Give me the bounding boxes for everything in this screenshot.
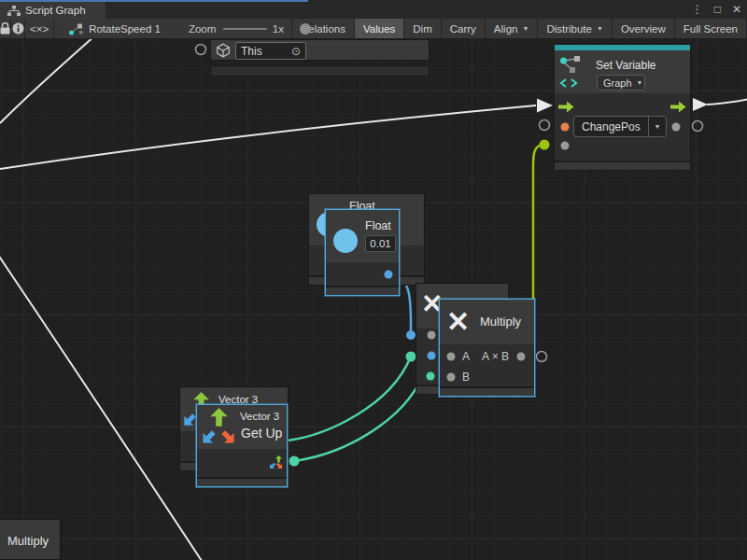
this-object-field[interactable]: This ⊙ bbox=[235, 42, 306, 60]
chevron-down-icon: ▼ bbox=[637, 79, 643, 86]
carry-button[interactable]: Carry bbox=[442, 19, 486, 38]
arrow-down-left-icon bbox=[182, 413, 197, 427]
node-title: Float bbox=[365, 219, 391, 232]
arrow-up-icon bbox=[209, 408, 229, 427]
zoom-slider-track bbox=[223, 28, 267, 30]
wire-teal-upper bbox=[288, 358, 410, 441]
wire-blue-end-dot[interactable] bbox=[406, 330, 416, 340]
window-close-icon[interactable]: ✕ bbox=[732, 4, 741, 15]
vector3-output-port-icon[interactable] bbox=[269, 455, 284, 470]
chevron-down-icon: ▼ bbox=[648, 117, 666, 136]
input-value-port[interactable] bbox=[561, 142, 570, 150]
lock-button[interactable] bbox=[0, 19, 11, 38]
wire-teal-lower-start-dot[interactable] bbox=[289, 456, 300, 467]
window-restore-icon[interactable]: □ bbox=[714, 4, 721, 15]
chevron-down-icon: ▼ bbox=[522, 25, 529, 32]
lock-icon bbox=[0, 22, 10, 35]
flow-out-port[interactable] bbox=[670, 101, 686, 113]
hollow-port-multiply-right[interactable] bbox=[537, 352, 547, 362]
port-out-label: A × B bbox=[482, 350, 509, 363]
output-value-port[interactable] bbox=[672, 123, 681, 132]
port-b[interactable] bbox=[447, 373, 456, 382]
float-value: 0.01 bbox=[370, 238, 390, 249]
port-b-label: B bbox=[462, 371, 470, 384]
info-button[interactable] bbox=[11, 19, 25, 38]
node-subtitle: Get Up bbox=[241, 426, 282, 441]
node-footer bbox=[197, 477, 287, 486]
float-icon bbox=[333, 229, 358, 253]
multiply-icon: ✕ bbox=[446, 308, 470, 336]
hollow-port-setvariable-left[interactable] bbox=[540, 120, 550, 131]
window-menu-icon[interactable]: ⋮ bbox=[692, 4, 703, 15]
float-value-field[interactable]: 0.01 bbox=[365, 235, 396, 252]
node-footer bbox=[555, 161, 690, 170]
node-vector3-get-up[interactable]: Vector 3 Get Up bbox=[196, 404, 288, 487]
tab-label: Script Graph bbox=[25, 5, 86, 16]
node-float[interactable]: Float 0.01 bbox=[325, 209, 400, 296]
flow-arrowhead-in bbox=[537, 99, 553, 113]
node-this[interactable]: This ⊙ bbox=[210, 39, 430, 77]
scope-value: Graph bbox=[603, 77, 632, 89]
code-view-button[interactable]: <×> bbox=[25, 19, 54, 38]
info-icon bbox=[12, 22, 24, 35]
zoom-label: Zoom bbox=[189, 23, 216, 35]
wire-lime-end-dot[interactable] bbox=[540, 140, 550, 150]
graph-hierarchy-icon bbox=[7, 5, 21, 17]
graph-canvas[interactable]: This ⊙ Set Variable bbox=[0, 39, 747, 560]
input-port-b[interactable] bbox=[427, 372, 435, 381]
distribute-dropdown-button[interactable]: Distribute▼ bbox=[538, 19, 613, 38]
port-a[interactable] bbox=[447, 353, 456, 361]
values-button[interactable]: Values bbox=[355, 19, 404, 38]
full-screen-button[interactable]: Full Screen bbox=[675, 19, 747, 38]
graph-toolbar: <×> RotateSpeed 1 Zoom 1x Relations Valu… bbox=[0, 19, 747, 39]
node-title: Multiply bbox=[480, 315, 521, 329]
node-title: Multiply bbox=[7, 534, 49, 548]
variable-name: ChangePos bbox=[574, 120, 641, 133]
flow-in-port[interactable] bbox=[558, 101, 574, 113]
chevron-down-icon: ▼ bbox=[597, 25, 603, 32]
cube-icon bbox=[216, 43, 231, 58]
wire-white-bottom-diagonal bbox=[0, 252, 204, 560]
hollow-port-setvariable-right[interactable] bbox=[693, 121, 703, 132]
set-variable-icon bbox=[559, 54, 584, 90]
input-port-a[interactable] bbox=[428, 352, 436, 360]
arrow-down-left-icon bbox=[201, 429, 217, 445]
node-multiply-corner[interactable]: Multiply bbox=[0, 519, 61, 560]
variable-scope-dropdown[interactable]: Graph ▼ bbox=[597, 75, 645, 91]
variable-name-port[interactable] bbox=[561, 123, 570, 132]
wire-lime bbox=[533, 145, 544, 301]
align-dropdown-button[interactable]: Align▼ bbox=[486, 19, 539, 38]
node-title: Vector 3 bbox=[240, 411, 279, 422]
variable-select-dropdown[interactable]: ChangePos ▼ bbox=[573, 116, 667, 137]
node-footer bbox=[326, 286, 399, 295]
wire-white-into-setvariable bbox=[0, 105, 536, 169]
tab-script-graph[interactable]: Script Graph bbox=[0, 2, 106, 19]
object-picker-icon[interactable]: ⊙ bbox=[291, 45, 301, 58]
script-graph-window: Script Graph ⋮ □ ✕ <×> bbox=[0, 0, 747, 560]
graph-name-label: RotateSpeed 1 bbox=[89, 23, 161, 35]
dim-button[interactable]: Dim bbox=[404, 19, 441, 38]
node-set-variable[interactable]: Set Variable Graph ▼ ChangePos ▼ bbox=[554, 44, 691, 171]
float-output-port[interactable] bbox=[385, 271, 393, 279]
input-port[interactable] bbox=[428, 331, 436, 340]
node-footer bbox=[440, 386, 534, 396]
node-title: Set Variable bbox=[596, 59, 655, 72]
wire-white-out-of-setvariable bbox=[707, 99, 747, 105]
wire-teal-lower bbox=[294, 377, 422, 461]
code-icon: <×> bbox=[30, 23, 49, 35]
node-multiply[interactable]: ✕ Multiply A A × B B bbox=[439, 299, 535, 397]
tab-bar: Script Graph ⋮ □ ✕ bbox=[0, 0, 747, 19]
graph-breadcrumb-button[interactable]: RotateSpeed 1 bbox=[59, 19, 170, 38]
wire-teal-upper-end-dot[interactable] bbox=[406, 352, 416, 362]
wire-white-topleft bbox=[0, 39, 95, 123]
zoom-value: 1x bbox=[273, 23, 284, 35]
arrow-down-right-icon bbox=[220, 429, 236, 445]
zoom-slider[interactable] bbox=[223, 19, 267, 39]
overview-button[interactable]: Overview bbox=[613, 19, 675, 38]
port-out[interactable] bbox=[517, 353, 526, 361]
flow-arrowhead-out bbox=[693, 98, 708, 111]
port-a-label: A bbox=[462, 350, 470, 363]
this-field-value: This bbox=[241, 45, 262, 58]
graph-asset-icon bbox=[68, 22, 83, 35]
hollow-port-this[interactable] bbox=[196, 45, 206, 55]
